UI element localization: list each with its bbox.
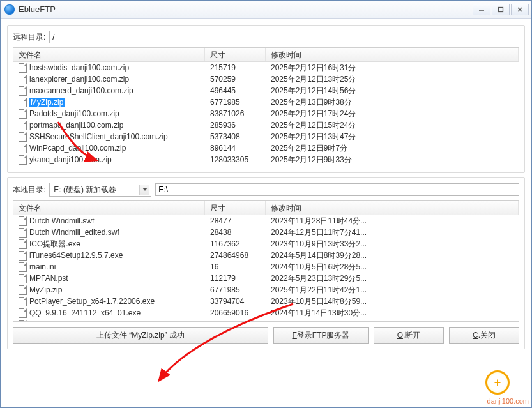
- file-size: 570259: [205, 75, 266, 84]
- remote-col-size[interactable]: 尺寸: [205, 48, 266, 61]
- file-mtime: 2024年11月14日13时30分...: [266, 308, 519, 319]
- file-size: 128033305: [205, 155, 266, 164]
- table-row[interactable]: SSHSecureShellClient_danji100.com.zip537…: [13, 131, 519, 142]
- table-row[interactable]: MyZip.zip67719852025年2月13日9时38分: [13, 96, 519, 108]
- table-row[interactable]: WinPcapd_danji100.com.zip8961442025年2月12…: [13, 142, 519, 154]
- file-name: iTunes64Setup12.9.5.7.exe: [29, 251, 123, 260]
- app-window: EblueFTP 远程目录: 文件名 尺寸: [0, 0, 532, 408]
- table-row[interactable]: lanexplorer_danji100.com.zip5702592025年2…: [13, 73, 519, 85]
- table-row[interactable]: hostswbdis_danji100.com.zip2157192025年2月…: [13, 62, 519, 73]
- remote-col-name[interactable]: 文件名: [13, 48, 205, 61]
- file-icon: [19, 75, 27, 84]
- table-row[interactable]: MPFAN.pst1121792022年5月23日13时29分5...: [13, 273, 519, 284]
- local-file-list[interactable]: 文件名 尺寸 修改时间 Dutch Windmill.swf284772023年…: [13, 200, 519, 322]
- button-row: 上传文件 “MyZip.zip” 成功 F登录FTP服务器 O.断开 C.关闭: [13, 327, 519, 344]
- local-col-size[interactable]: 尺寸: [205, 201, 266, 215]
- file-size: 531968: [205, 320, 266, 321]
- remote-path-input[interactable]: [49, 31, 519, 43]
- table-row[interactable]: MyZip.zip67719852025年1月22日11时42分1...: [13, 284, 519, 296]
- file-mtime: 2024年5月14日8时39分28...: [266, 250, 519, 261]
- file-mtime: 2025年2月12日14时56分: [266, 86, 519, 96]
- status-button[interactable]: 上传文件 “MyZip.zip” 成功: [13, 327, 268, 344]
- file-icon: [19, 308, 27, 318]
- table-row[interactable]: Dutch Windmill.swf284772023年11月28日11时44分…: [13, 215, 519, 227]
- file-size: 5373408: [205, 132, 266, 141]
- close-button[interactable]: [511, 4, 529, 15]
- table-row[interactable]: Padotds_danji100.com.zip838710262025年2月1…: [13, 108, 519, 119]
- table-row[interactable]: Dutch Windmill_edited.swf284382024年12月5日…: [13, 227, 519, 238]
- file-name: portmapd_danji100.com.zip: [29, 121, 123, 130]
- file-icon: [19, 109, 27, 119]
- table-row[interactable]: ICO提取器.exe11673622023年10月9日13时33分2...: [13, 238, 519, 250]
- file-name: maxcannerd_danji100.com.zip: [29, 86, 133, 95]
- local-col-mtime[interactable]: 修改时间: [266, 201, 519, 215]
- file-icon: [19, 132, 27, 142]
- drive-combo[interactable]: E: (硬盘) 新加载卷: [49, 183, 151, 197]
- remote-group: 远程目录: 文件名 尺寸 修改时间 hostswbdis_danji100.co…: [7, 25, 525, 173]
- table-row[interactable]: PotPlayer_Setup_x64-1.7.22006.exe3379470…: [13, 296, 519, 307]
- local-list-header: 文件名 尺寸 修改时间: [13, 201, 519, 215]
- file-icon: [19, 262, 27, 272]
- file-size: 896144: [205, 144, 266, 153]
- login-button[interactable]: F登录FTP服务器: [273, 327, 369, 344]
- drive-combo-value: E: (硬盘) 新加载卷: [54, 185, 116, 195]
- file-mtime: 2024年10月5日16时28分5...: [266, 262, 519, 273]
- table-row[interactable]: ToYcon.exe5319682023年10月9日13时33分2...: [13, 319, 519, 321]
- file-icon: [19, 155, 27, 165]
- local-group: 本地目录: E: (硬盘) 新加载卷 文件名 尺寸 修改时间 Dutch Win…: [7, 177, 525, 349]
- file-size: 112179: [205, 274, 266, 283]
- table-row[interactable]: maxcannerd_danji100.com.zip4964452025年2月…: [13, 85, 519, 96]
- table-row[interactable]: ykanq_danji100.com.zip1280333052025年2月12…: [13, 154, 519, 165]
- file-mtime: 2023年10月9日13时33分2...: [266, 319, 519, 322]
- remote-col-mtime[interactable]: 修改时间: [266, 48, 519, 61]
- file-mtime: 2025年2月12日13时25分: [266, 74, 519, 85]
- table-row[interactable]: main.ini162024年10月5日16时28分5...: [13, 261, 519, 273]
- file-icon: [19, 216, 27, 226]
- remote-file-list[interactable]: 文件名 尺寸 修改时间 hostswbdis_danji100.com.zip2…: [13, 47, 519, 167]
- file-name: Dutch Windmill_edited.swf: [29, 228, 119, 237]
- file-name: QQ_9.9.16_241112_x64_01.exe: [29, 308, 141, 317]
- file-mtime: 2023年10月9日13时33分2...: [266, 239, 519, 250]
- local-col-name[interactable]: 文件名: [13, 201, 205, 215]
- file-name: SSHSecureShellClient_danji100.com.zip: [29, 132, 168, 141]
- file-name: ToYcon.exe: [29, 320, 70, 321]
- file-mtime: 2023年11月28日11时44分...: [266, 216, 519, 227]
- file-name: MyZip.zip: [29, 98, 65, 107]
- file-icon: [19, 121, 27, 130]
- minimize-button[interactable]: [473, 4, 490, 15]
- file-size: 83871026: [205, 109, 266, 118]
- file-size: 1167362: [205, 239, 266, 248]
- file-size: 6771985: [205, 285, 266, 294]
- file-name: ykanq_danji100.com.zip: [29, 155, 112, 164]
- table-row[interactable]: portmapd_danji100.com.zip2859362025年2月12…: [13, 119, 519, 131]
- file-name: Padotds_danji100.com.zip: [29, 109, 119, 118]
- file-size: 496445: [205, 86, 266, 95]
- file-icon: [19, 297, 27, 306]
- status-text: 上传文件 “MyZip.zip” 成功: [96, 330, 185, 341]
- file-mtime: 2025年2月13日9时38分: [266, 97, 519, 108]
- svg-rect-1: [499, 7, 503, 11]
- table-row[interactable]: QQ_9.9.16_241112_x64_01.exe2066590162024…: [13, 307, 519, 319]
- file-name: Dutch Windmill.swf: [29, 216, 94, 225]
- file-mtime: 2025年2月12日9时7分: [266, 143, 519, 154]
- file-icon: [19, 144, 27, 153]
- disconnect-button[interactable]: O.断开: [374, 327, 444, 344]
- file-icon: [19, 320, 27, 322]
- window-title: EblueFTP: [19, 4, 56, 14]
- file-mtime: 2024年12月5日11时7分41...: [266, 227, 519, 238]
- file-size: 206659016: [205, 308, 266, 317]
- close-app-button[interactable]: C.关闭: [449, 327, 519, 344]
- file-icon: [19, 63, 27, 73]
- maximize-button[interactable]: [492, 4, 510, 15]
- file-mtime: 2025年2月12日9时33分: [266, 155, 519, 165]
- file-size: 33794704: [205, 297, 266, 306]
- remote-list-header: 文件名 尺寸 修改时间: [13, 48, 519, 62]
- svg-marker-4: [142, 188, 148, 191]
- file-icon: [19, 274, 27, 283]
- file-name: MyZip.zip: [29, 285, 62, 294]
- file-name: ICO提取器.exe: [29, 239, 80, 250]
- local-path-input[interactable]: [155, 183, 519, 196]
- file-mtime: 2025年2月12日16时31分: [266, 63, 519, 73]
- table-row[interactable]: iTunes64Setup12.9.5.7.exe2748649682024年5…: [13, 250, 519, 261]
- file-name: MPFAN.pst: [29, 274, 68, 283]
